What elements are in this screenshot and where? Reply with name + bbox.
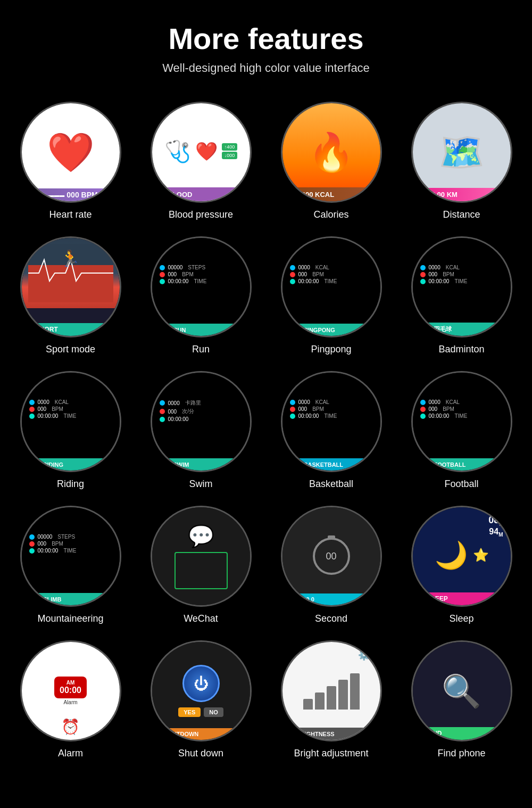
stopwatch-bar: ⏱ 00:00.0 xyxy=(282,593,380,605)
label-sport-mode: Sport mode xyxy=(46,344,95,355)
feature-badminton: 0000 KCAL 000 BPM 00:00:00 TIME 🏸 羽毛球 xyxy=(402,236,521,355)
watch-alarm: AM 00:00 Alarm ⏰ xyxy=(20,640,121,741)
label-football: Football xyxy=(444,479,478,490)
label-basketball: Basketball xyxy=(309,479,353,490)
svg-text:🏃: 🏃 xyxy=(60,249,80,268)
watch-blood-pressure: 🩺 ❤️ ↑400 ↓000 📍 BLOOD xyxy=(151,102,252,203)
power-icon: ⏻ xyxy=(182,665,220,702)
watch-stopwatch: 00 ⏱ 00:00.0 xyxy=(281,506,382,607)
label-brightness: Bright adjustment xyxy=(294,748,368,759)
feature-pingpong: 0000 KCAL 000 BPM 00:00:00 TIME 🏓 PINGPO… xyxy=(271,236,391,355)
brightness-bar: 📊 BRIGHTNESS xyxy=(282,728,380,740)
feature-sport-mode: 🏃 🏃 SPORT Sport mode xyxy=(11,236,130,355)
watch-basketball: 0000 KCAL 000 BPM 00:00:00 TIME 🏀 BASKET… xyxy=(281,371,382,472)
watch-mountaineering: 00000 STEPS 000 BPM 00:00:00 TIME 🧗 CLIM… xyxy=(20,506,121,607)
sport-bar: 🏃 SPORT xyxy=(22,323,120,336)
feature-basketball: 0000 KCAL 000 BPM 00:00:00 TIME 🏀 BASKET… xyxy=(271,371,391,490)
watch-sleep: 08H 94M 🌙 ⭐ 😴 SLEEP xyxy=(411,506,512,607)
swim-bar: 🏊 SWIM xyxy=(160,458,252,471)
yes-button[interactable]: YES xyxy=(178,707,201,717)
label-second: Second xyxy=(315,613,347,624)
label-calories: Calories xyxy=(313,209,348,220)
feature-football: 0000 KCAL 000 BPM 00:00:00 TIME ⚽ FOOTBA… xyxy=(402,371,521,490)
feature-distance: 🗺️ 👤 00.00 KM Distance xyxy=(402,102,521,220)
watch-run: 00000 STEPS 000 BPM 00:00:00 TIME 🏃 RUN xyxy=(151,236,252,337)
football-bar: ⚽ FOOTBALL xyxy=(420,458,512,471)
feature-riding: 0000 KCAL 000 BPM 00:00:00 TIME 🚴 RIDING xyxy=(11,371,130,490)
page-subtitle: Well-designed high color value interface xyxy=(11,61,521,75)
feature-stopwatch: 00 ⏱ 00:00.0 Second xyxy=(271,506,391,624)
watch-find-phone: 🔍 🔍 FIND xyxy=(411,640,512,741)
feature-run: 00000 STEPS 000 BPM 00:00:00 TIME 🏃 RUN xyxy=(141,236,261,355)
feature-calories: 🔥 🔥 0000 KCAL Calories xyxy=(271,102,391,220)
label-swim: Swim xyxy=(189,479,213,490)
feature-wechat: 💬 WeChat xyxy=(141,506,261,624)
label-find-phone: Find phone xyxy=(437,748,485,759)
label-mountaineering: Mountaineering xyxy=(37,613,103,624)
sleep-bar: 😴 SLEEP xyxy=(413,592,511,605)
watch-heart-rate: ❤️ ▬▬▬▬ 000 BPM xyxy=(20,102,121,203)
feature-blood-pressure: 🩺 ❤️ ↑400 ↓000 📍 BLOOD Blood pressure xyxy=(141,102,261,220)
calories-bar: 🔥 0000 KCAL xyxy=(282,187,380,201)
label-shutdown: Shut down xyxy=(178,748,223,759)
watch-distance: 🗺️ 👤 00.00 KM xyxy=(411,102,512,203)
feature-mountaineering: 00000 STEPS 000 BPM 00:00:00 TIME 🧗 CLIM… xyxy=(11,506,130,624)
basketball-bar: 🏀 BASKETBALL xyxy=(290,458,382,471)
feature-sleep: 08H 94M 🌙 ⭐ 😴 SLEEP Sleep xyxy=(402,506,521,624)
watch-riding: 0000 KCAL 000 BPM 00:00:00 TIME 🚴 RIDING xyxy=(20,371,121,472)
run-bar: 🏃 RUN xyxy=(160,324,252,336)
label-heart-rate: Heart rate xyxy=(49,209,92,220)
watch-football: 0000 KCAL 000 BPM 00:00:00 TIME ⚽ FOOTBA… xyxy=(411,371,512,472)
feature-shutdown: ⏻ YES NO ⏻ SHUTDOWN Shut down xyxy=(141,640,261,759)
label-riding: Riding xyxy=(57,479,84,490)
riding-bar: 🚴 RIDING xyxy=(29,458,121,471)
shutdown-bar: ⏻ SHUTDOWN xyxy=(152,728,250,740)
features-grid: ❤️ ▬▬▬▬ 000 BPM Heart rate 🩺 ❤️ ↑400 ↓00… xyxy=(11,102,521,759)
label-wechat: WeChat xyxy=(184,613,218,624)
label-sleep: Sleep xyxy=(449,613,473,624)
gear-icon: ⚙️ xyxy=(358,649,370,661)
feature-alarm: AM 00:00 Alarm ⏰ Alarm xyxy=(11,640,130,759)
watch-pingpong: 0000 KCAL 000 BPM 00:00:00 TIME 🏓 PINGPO… xyxy=(281,236,382,337)
label-alarm: Alarm xyxy=(58,748,83,759)
badminton-bar: 🏸 羽毛球 xyxy=(420,323,512,336)
watch-shutdown: ⏻ YES NO ⏻ SHUTDOWN xyxy=(151,640,252,741)
bpm-bar: ▬▬▬▬ 000 BPM xyxy=(22,188,120,201)
watch-badminton: 0000 KCAL 000 BPM 00:00:00 TIME 🏸 羽毛球 xyxy=(411,236,512,337)
label-badminton: Badminton xyxy=(438,344,484,355)
distance-bar: 👤 00.00 KM xyxy=(413,188,511,201)
svg-rect-2 xyxy=(28,281,113,302)
watch-sport-mode: 🏃 🏃 SPORT xyxy=(20,236,121,337)
pingpong-bar: 🏓 PINGPONG xyxy=(290,324,382,336)
feature-find-phone: 🔍 🔍 FIND Find phone xyxy=(402,640,521,759)
feature-heart-rate: ❤️ ▬▬▬▬ 000 BPM Heart rate xyxy=(11,102,130,220)
climb-bar: 🧗 CLIMB xyxy=(29,593,121,605)
watch-brightness: ⚙️ 📊 BRIGHTNESS xyxy=(281,640,382,741)
page-title: More features xyxy=(11,21,521,56)
find-bar: 🔍 FIND xyxy=(413,727,511,740)
watch-wechat: 💬 xyxy=(151,506,252,607)
blood-bar: 📍 BLOOD xyxy=(152,187,250,201)
label-blood-pressure: Blood pressure xyxy=(169,209,233,220)
label-run: Run xyxy=(192,344,210,355)
label-pingpong: Pingpong xyxy=(311,344,351,355)
no-button[interactable]: NO xyxy=(204,707,223,717)
label-distance: Distance xyxy=(443,209,480,220)
feature-brightness: ⚙️ 📊 BRIGHTNESS Bright adjustment xyxy=(271,640,391,759)
feature-swim: 0000 卡路里 000 次/分 00:00:00 🏊 SWIM Swim xyxy=(141,371,261,490)
watch-swim: 0000 卡路里 000 次/分 00:00:00 🏊 SWIM xyxy=(151,371,252,472)
watch-calories: 🔥 🔥 0000 KCAL xyxy=(281,102,382,203)
